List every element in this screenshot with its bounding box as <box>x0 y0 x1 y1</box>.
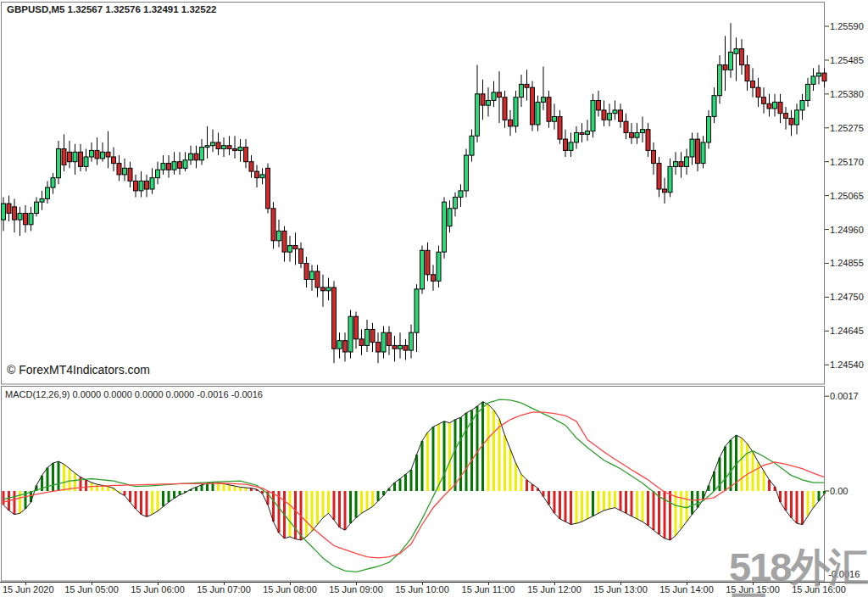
candle-bearish <box>24 214 28 225</box>
candle-bearish <box>431 275 436 282</box>
candle-bullish <box>139 181 143 191</box>
candle-bullish <box>465 155 469 191</box>
candle-bearish <box>646 130 650 151</box>
candle-bearish <box>652 150 656 163</box>
candle-bullish <box>123 168 127 175</box>
candle-bullish <box>442 202 447 252</box>
candle-bullish <box>569 142 573 151</box>
candle-bullish <box>817 73 821 76</box>
macd-indicator-surface[interactable] <box>0 386 868 582</box>
candle-bearish <box>255 171 259 178</box>
candle-bullish <box>668 166 672 192</box>
time-axis-label: 15 Jun 10:00 <box>395 584 449 594</box>
time-axis-label: 15 Jun 06:00 <box>131 584 185 594</box>
candle-bullish <box>73 152 77 161</box>
candle-bullish <box>18 214 22 220</box>
candle-bullish <box>553 117 557 122</box>
signal-line-slow <box>3 412 825 558</box>
candle-bullish <box>806 84 810 100</box>
candle-bullish <box>712 96 716 117</box>
candle-bullish <box>409 332 414 350</box>
time-axis-label: 15 Jun 15:00 <box>726 584 780 594</box>
candle-bearish <box>244 148 248 162</box>
candle-bearish <box>481 94 485 105</box>
candle-bearish <box>696 139 700 164</box>
chart-frame <box>2 3 825 385</box>
candle-bearish <box>282 231 287 252</box>
macd-axis-label: 0.00 <box>830 486 848 496</box>
candle-bullish <box>575 133 579 142</box>
candle-bullish <box>238 148 242 151</box>
mt4-chart-window: GBPUSD,M5 1.32567 1.32576 1.32491 1.3252… <box>0 0 868 597</box>
candle-bullish <box>381 332 386 352</box>
candle-bearish <box>376 343 381 352</box>
candle-bullish <box>536 102 540 125</box>
candle-bearish <box>525 84 529 87</box>
candle-bullish <box>586 131 590 135</box>
candle-bearish <box>343 341 348 352</box>
candle-bullish <box>795 110 799 125</box>
candle-bullish <box>29 214 33 225</box>
candle-bullish <box>211 142 215 146</box>
candle-bullish <box>729 52 733 70</box>
signal-line-fast <box>3 399 825 572</box>
price-axis-label: 1.25170 <box>830 157 864 167</box>
time-axis[interactable]: 15 Jun 202015 Jun 05:0015 Jun 06:0015 Ju… <box>0 582 868 597</box>
candle-bearish <box>531 87 535 125</box>
candle-bullish <box>84 157 88 166</box>
time-axis-label: 15 Jun 13:00 <box>593 584 648 594</box>
candle-bearish <box>403 345 408 350</box>
candle-bearish <box>547 98 551 122</box>
candle-bearish <box>756 87 760 97</box>
candle-bearish <box>79 152 83 166</box>
price-axis-label: 1.24645 <box>830 326 864 336</box>
candle-bearish <box>602 110 606 120</box>
candle-bearish <box>178 162 182 169</box>
macd-indicator-title: MACD(12,26,9) 0.0000 0.0000 0.0000 0.000… <box>5 389 263 399</box>
candle-bullish <box>200 148 204 160</box>
candle-bearish <box>597 101 601 110</box>
candle-bearish <box>630 133 634 138</box>
candle-bullish <box>437 252 441 281</box>
candle-bullish <box>35 202 39 213</box>
candle-bearish <box>564 139 568 150</box>
candle-bearish <box>13 207 17 220</box>
time-axis-label: 15 Jun 16:00 <box>792 584 846 594</box>
candle-bullish <box>674 162 678 167</box>
time-axis-label: 15 Jun 09:00 <box>329 584 383 594</box>
candle-bullish <box>613 110 617 114</box>
price-chart-surface[interactable] <box>0 0 868 386</box>
time-axis-label: 15 Jun 11:00 <box>462 584 515 594</box>
candle-bearish <box>784 114 788 119</box>
candle-bearish <box>95 150 99 159</box>
candle-bullish <box>310 271 314 280</box>
candle-bearish <box>216 142 220 149</box>
candle-bullish <box>51 178 55 187</box>
candle-bearish <box>293 246 298 249</box>
candle-bearish <box>740 49 744 65</box>
candle-bearish <box>321 287 326 291</box>
candle-bullish <box>2 204 6 220</box>
candle-bearish <box>167 164 171 170</box>
candle-bullish <box>183 160 187 169</box>
candle-bearish <box>370 329 375 342</box>
candle-bullish <box>90 150 94 157</box>
candle-bearish <box>134 181 138 191</box>
candle-bearish <box>751 81 755 88</box>
price-axis-label: 1.25590 <box>830 21 864 31</box>
candle-bullish <box>470 136 474 155</box>
candle-bullish <box>448 209 452 226</box>
candle-bullish <box>476 94 480 136</box>
candle-bearish <box>299 248 303 263</box>
candle-bearish <box>426 250 430 275</box>
candle-bearish <box>498 92 502 98</box>
candle-bullish <box>718 65 722 96</box>
candle-bullish <box>150 178 154 189</box>
time-axis-label: 15 Jun 14:00 <box>659 584 714 594</box>
candle-bearish <box>558 117 562 140</box>
candle-bullish <box>453 198 458 209</box>
candle-bullish <box>288 246 292 253</box>
price-axis-label: 1.25065 <box>830 191 864 201</box>
candle-bearish <box>68 152 72 161</box>
candle-bearish <box>679 162 683 167</box>
